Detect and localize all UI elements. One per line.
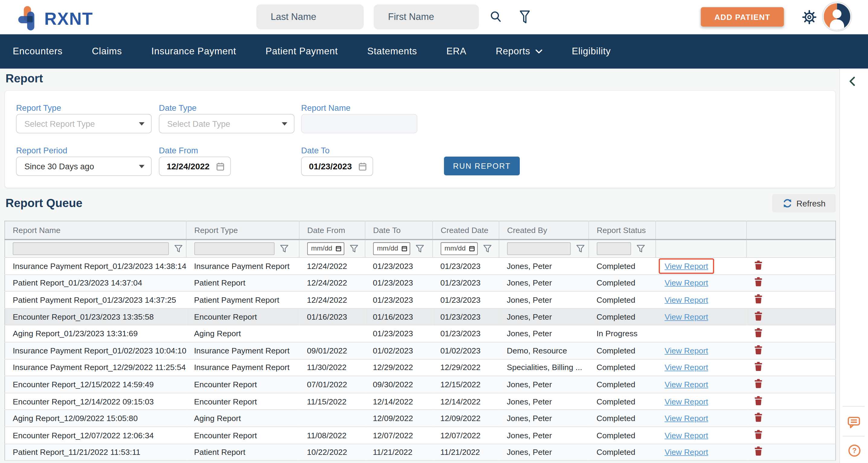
calendar-icon bbox=[401, 245, 407, 252]
collapse-panel-icon[interactable] bbox=[848, 76, 857, 89]
delete-report-icon[interactable] bbox=[754, 294, 762, 305]
cell-created-date: 12/15/2022 bbox=[433, 376, 499, 393]
view-report-link[interactable]: View Report bbox=[664, 448, 708, 456]
user-avatar[interactable] bbox=[823, 2, 851, 31]
nav-item-claims[interactable]: Claims bbox=[92, 46, 122, 57]
report-filter-card: Report Type Select Report Type Date Type… bbox=[4, 90, 836, 188]
filter-created-date-input[interactable]: mm/dd bbox=[441, 242, 478, 255]
delete-report-icon[interactable] bbox=[754, 379, 762, 390]
refresh-button[interactable]: Refresh bbox=[772, 194, 836, 212]
view-report-link[interactable]: View Report bbox=[664, 278, 708, 287]
cell-date-to: 12/09/2022 bbox=[365, 410, 433, 427]
delete-report-icon[interactable] bbox=[754, 277, 762, 289]
nav-item-statements[interactable]: Statements bbox=[367, 46, 417, 57]
delete-report-icon[interactable] bbox=[754, 396, 762, 407]
table-row: Patient Report_11/21/2022 11:53:11 Patie… bbox=[5, 444, 836, 461]
report-period-value: Since 30 Days ago bbox=[25, 162, 94, 171]
column-filter-icon[interactable] bbox=[175, 244, 183, 253]
add-patient-button[interactable]: ADD PATIENT bbox=[701, 7, 784, 27]
view-report-link[interactable]: View Report bbox=[664, 414, 708, 423]
cell-date-from bbox=[299, 325, 365, 342]
cell-delete bbox=[747, 308, 836, 325]
delete-report-icon[interactable] bbox=[754, 261, 762, 272]
calendar-icon bbox=[358, 162, 367, 170]
col-created-by[interactable]: Created By bbox=[499, 221, 589, 239]
nav-item-reports[interactable]: Reports bbox=[496, 46, 542, 57]
chat-icon[interactable] bbox=[847, 417, 860, 431]
cell-delete bbox=[747, 410, 836, 427]
col-report-type[interactable]: Report Type bbox=[186, 221, 299, 239]
nav-item-eligibility[interactable]: Eligibility bbox=[572, 46, 611, 57]
help-icon[interactable]: ? bbox=[848, 444, 861, 459]
report-name-input[interactable] bbox=[301, 114, 417, 133]
cell-date-from: 12/24/2022 bbox=[299, 291, 365, 308]
col-date-from[interactable]: Date From bbox=[299, 221, 365, 239]
delete-report-icon[interactable] bbox=[754, 328, 762, 339]
cell-created-date: 01/23/2023 bbox=[433, 308, 499, 325]
delete-report-icon[interactable] bbox=[754, 413, 762, 424]
view-report-link[interactable]: View Report bbox=[664, 346, 708, 355]
view-report-link[interactable]: View Report bbox=[664, 431, 708, 439]
col-created-date[interactable]: Created Date bbox=[433, 221, 499, 239]
delete-report-icon[interactable] bbox=[754, 447, 762, 458]
date-to-input[interactable]: 01/23/2023 bbox=[301, 157, 373, 176]
side-divider bbox=[843, 436, 865, 436]
view-report-link[interactable]: View Report bbox=[664, 380, 708, 389]
column-filter-icon[interactable] bbox=[280, 244, 288, 253]
col-date-to[interactable]: Date To bbox=[365, 221, 433, 239]
view-report-link[interactable]: View Report bbox=[664, 296, 708, 304]
filter-created-by-input[interactable] bbox=[507, 242, 571, 255]
cell-created-date: 01/23/2023 bbox=[433, 258, 499, 274]
date-type-select[interactable]: Select Date Type bbox=[159, 114, 294, 133]
column-filter-icon[interactable] bbox=[350, 244, 358, 253]
run-report-button[interactable]: RUN REPORT bbox=[444, 157, 520, 175]
filter-date-to-input[interactable]: mm/dd bbox=[373, 242, 410, 255]
cell-date-from: 11/15/2022 bbox=[299, 393, 365, 410]
filter-report-status-input[interactable] bbox=[597, 242, 631, 255]
settings-gear-icon[interactable] bbox=[802, 10, 817, 27]
delete-report-icon[interactable] bbox=[754, 430, 762, 441]
cell-created-date: 01/23/2023 bbox=[433, 291, 499, 308]
delete-report-icon[interactable] bbox=[754, 345, 762, 356]
view-report-link[interactable]: View Report bbox=[664, 262, 708, 270]
search-icon[interactable] bbox=[489, 10, 502, 26]
first-name-input[interactable]: First Name bbox=[374, 4, 479, 29]
filter-report-name-input[interactable] bbox=[13, 242, 169, 255]
cell-date-to: 12/29/2022 bbox=[365, 359, 433, 376]
rxnt-logo[interactable]: RXNT bbox=[17, 5, 93, 33]
view-report-link[interactable]: View Report bbox=[664, 363, 708, 372]
cell-report-status: Completed bbox=[589, 444, 656, 461]
svg-text:?: ? bbox=[852, 447, 857, 455]
cell-created-date: 01/02/2023 bbox=[433, 342, 499, 359]
cell-report-status: Completed bbox=[589, 274, 656, 291]
delete-report-icon[interactable] bbox=[754, 311, 762, 322]
nav-item-insurance-payment[interactable]: Insurance Payment bbox=[151, 46, 236, 57]
cell-date-from: 09/01/2022 bbox=[299, 342, 365, 359]
column-filter-icon[interactable] bbox=[637, 244, 645, 253]
column-filter-icon[interactable] bbox=[483, 244, 491, 253]
last-name-input[interactable]: Last Name bbox=[256, 4, 364, 29]
nav-item-patient-payment[interactable]: Patient Payment bbox=[266, 46, 338, 57]
report-type-select[interactable]: Select Report Type bbox=[16, 114, 152, 133]
column-filter-icon[interactable] bbox=[576, 244, 584, 253]
cell-view-report: View Report bbox=[656, 342, 747, 359]
cell-date-to: 01/23/2023 bbox=[365, 258, 433, 274]
filter-date-from-input[interactable]: mm/dd bbox=[307, 242, 344, 255]
delete-report-icon[interactable] bbox=[754, 362, 762, 373]
calendar-icon bbox=[216, 162, 225, 170]
report-queue-table: Report Name Report Type Date From Date T… bbox=[4, 221, 836, 461]
view-report-link[interactable]: View Report bbox=[664, 312, 708, 321]
report-period-select[interactable]: Since 30 Days ago bbox=[16, 157, 152, 176]
view-report-cell-box: View Report bbox=[658, 343, 714, 358]
nav-item-era[interactable]: ERA bbox=[446, 46, 466, 57]
filter-report-type-input[interactable] bbox=[194, 242, 275, 255]
col-report-status[interactable]: Report Status bbox=[589, 221, 656, 239]
col-report-name[interactable]: Report Name bbox=[5, 221, 186, 239]
cell-report-type: Encounter Report bbox=[186, 393, 299, 410]
view-report-link[interactable]: View Report bbox=[664, 397, 708, 406]
nav-item-encounters[interactable]: Encounters bbox=[13, 46, 63, 57]
date-from-input[interactable]: 12/24/2022 bbox=[159, 157, 231, 176]
cell-created-date: 12/29/2022 bbox=[433, 359, 499, 376]
filter-icon[interactable] bbox=[519, 10, 530, 27]
column-filter-icon[interactable] bbox=[416, 244, 424, 253]
